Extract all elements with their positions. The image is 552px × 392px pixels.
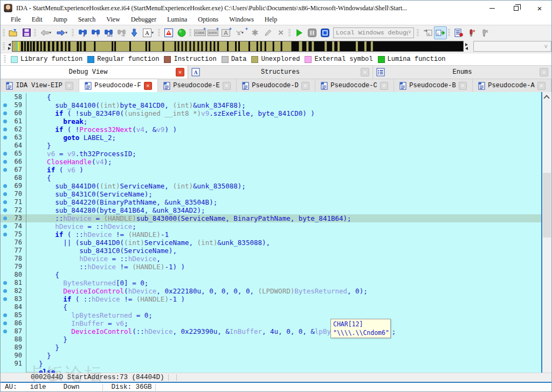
code-line-77[interactable]: 77 sub_8431C0(ServiceName),: [1, 247, 541, 255]
line-marker-cell[interactable]: [1, 93, 10, 101]
pause-process-button[interactable]: [306, 26, 319, 39]
doc-tab-close-icon[interactable]: ×: [65, 82, 73, 90]
doc-tab-close-icon[interactable]: ×: [459, 82, 467, 90]
code-line-64[interactable]: 64 }: [1, 142, 541, 150]
make-string-button[interactable]: 's'+ ▾: [232, 26, 249, 39]
code-line-73[interactable]: 73 ::hDevice = (HANDLE)sub_843000(Servic…: [1, 214, 541, 222]
debugger-selector[interactable]: Local Windows debugger ˅: [333, 27, 414, 38]
navigator-grip[interactable]: [3, 41, 5, 51]
line-marker-cell[interactable]: [1, 117, 10, 125]
line-marker-cell[interactable]: [1, 263, 10, 271]
code-line-80[interactable]: 80 {: [1, 271, 541, 279]
doc-tab-pseudocode-e[interactable]: Pseudocode-E×: [158, 79, 237, 92]
make-unknown-button[interactable]: ✱: [249, 26, 261, 39]
line-marker-cell[interactable]: [1, 166, 10, 174]
line-marker-cell[interactable]: [1, 255, 10, 263]
code-line-66[interactable]: 66 CloseHandle(v4);: [1, 158, 541, 166]
continue-process-button[interactable]: [293, 26, 306, 39]
line-marker-cell[interactable]: [1, 230, 10, 239]
toolbar-grip[interactable]: [189, 28, 191, 38]
code-line-75[interactable]: 75 if ( ::hDevice != (HANDLE)-1: [1, 230, 541, 239]
line-marker-cell[interactable]: [1, 279, 10, 287]
toolbar-grip[interactable]: [72, 28, 74, 38]
code-line-76[interactable]: 76 || (sub_8441D0((int)ServiceName, (int…: [1, 239, 541, 247]
code-line-59[interactable]: 59 sub_844100((int)byte_841CD0, (int)&un…: [1, 101, 541, 109]
line-marker-cell[interactable]: [1, 142, 10, 150]
delete-button[interactable]: ×: [274, 26, 287, 39]
line-marker-cell[interactable]: [1, 344, 10, 352]
doc-tab-pseudocode-b[interactable]: Pseudocode-B×: [394, 79, 473, 92]
line-marker-cell[interactable]: [1, 360, 10, 368]
line-marker-cell[interactable]: [1, 335, 10, 344]
scroll-up-icon[interactable]: [543, 95, 549, 101]
edit-button[interactable]: [261, 26, 274, 39]
search-text-button[interactable]: T: [89, 26, 102, 39]
panel-tab-close-icon[interactable]: ×: [361, 68, 369, 76]
code-line-78[interactable]: 78 hDevice = ::hDevice,: [1, 255, 541, 263]
line-marker-cell[interactable]: [1, 158, 10, 166]
toolbar-grip[interactable]: [34, 28, 36, 38]
toolbar-grip[interactable]: [288, 28, 291, 38]
line-marker-cell[interactable]: [1, 287, 10, 295]
line-marker-cell[interactable]: [1, 101, 10, 109]
menu-jump[interactable]: Jump: [48, 16, 73, 25]
scrollbar-thumb[interactable]: [543, 173, 551, 237]
code-line-79[interactable]: 79 ::hDevice != (HANDLE)-1) ): [1, 263, 541, 271]
make-code-button[interactable]: CODE+: [194, 26, 206, 39]
code-line-67[interactable]: 67 if ( v6 ): [1, 166, 541, 174]
toolbar-grip[interactable]: [448, 28, 450, 38]
line-marker-cell[interactable]: [1, 174, 10, 182]
line-marker-cell[interactable]: [1, 222, 10, 230]
line-marker-cell[interactable]: [1, 319, 10, 327]
code-line-69[interactable]: 69 sub_8441D0((int)ServiceName, (int)&un…: [1, 182, 541, 190]
code-line-60[interactable]: 60 if ( !sub_8234F0((unsigned __int8 *)v…: [1, 109, 541, 117]
code-line-86[interactable]: 86 InBuffer = v6;: [1, 319, 541, 327]
code-line-85[interactable]: 85 lpBytesReturned = 0;: [1, 311, 541, 319]
code-line-72[interactable]: 72 sub_844280(byte_841B64, &unk_834AD2);: [1, 206, 541, 214]
code-line-70[interactable]: 70 sub_8431C0(ServiceName);: [1, 190, 541, 198]
start-process-button[interactable]: [175, 26, 188, 39]
doc-tab-close-icon[interactable]: ×: [144, 82, 152, 90]
code-line-81[interactable]: 81 BytesReturned[0] = 0;: [1, 279, 541, 287]
line-marker-cell[interactable]: [1, 352, 10, 360]
search-number-button[interactable]: #: [76, 26, 89, 39]
jump-address-button[interactable]: [128, 26, 141, 39]
panel-tab-structures[interactable]: A Structures ×: [188, 66, 373, 79]
line-marker-cell[interactable]: [1, 239, 10, 247]
doc-tab-pseudocode-a[interactable]: Pseudocode-A×: [473, 79, 551, 92]
code-line-87[interactable]: 87 DeviceIoControl(::hDevice, 0x229390u,…: [1, 327, 541, 335]
search-immediate-button[interactable]: 101: [102, 26, 115, 39]
nav-scroll-left-icon[interactable]: [8, 43, 11, 46]
nav-scroll-right-icon[interactable]: [8, 47, 11, 50]
doc-tab-close-icon[interactable]: ×: [223, 82, 231, 90]
restore-button[interactable]: [504, 1, 528, 16]
line-marker-cell[interactable]: [1, 206, 10, 214]
doc-tab-close-icon[interactable]: ×: [380, 82, 388, 90]
code-line-63[interactable]: 63 goto LABEL_2;: [1, 134, 541, 142]
doc-tab-pseudocode-d[interactable]: Pseudocode-D×: [237, 79, 315, 92]
nav-scroll-left2-icon[interactable]: [465, 47, 468, 50]
menu-file[interactable]: File: [5, 16, 26, 25]
breakpoint-list-button[interactable]: [452, 26, 465, 39]
save-button[interactable]: [20, 26, 33, 39]
toolbar-grip[interactable]: [158, 28, 160, 38]
stop-process-button[interactable]: [319, 26, 332, 39]
code-line-83[interactable]: 83 if ( ::hDevice != (HANDLE)-1 ): [1, 295, 541, 303]
line-marker-cell[interactable]: [1, 109, 10, 117]
line-marker-cell[interactable]: [1, 271, 10, 279]
doc-tab-close-icon[interactable]: ×: [537, 82, 546, 90]
line-marker-cell[interactable]: [1, 134, 10, 142]
line-marker-cell[interactable]: [1, 303, 10, 311]
doc-tab-close-icon[interactable]: ×: [301, 82, 309, 90]
doc-tab-pseudocode-f[interactable]: Pseudocode-F×: [79, 79, 158, 92]
panel-tab-enums[interactable]: Enums ×: [373, 66, 551, 79]
breakpoint-view-button[interactable]: [162, 26, 175, 39]
code-line-82[interactable]: 82 DeviceIoControl(hDevice, 0x222180u, 0…: [1, 287, 541, 295]
menu-search[interactable]: Search: [73, 16, 101, 25]
attach-process-button[interactable]: c: [421, 26, 434, 39]
menu-edit[interactable]: Edit: [26, 16, 48, 25]
code-line-58[interactable]: 58 {: [1, 93, 541, 101]
panel-tab-close-icon[interactable]: ×: [540, 68, 548, 76]
line-marker-cell[interactable]: [1, 327, 10, 335]
doc-tab-pseudocode-c[interactable]: Pseudocode-C×: [315, 79, 394, 92]
